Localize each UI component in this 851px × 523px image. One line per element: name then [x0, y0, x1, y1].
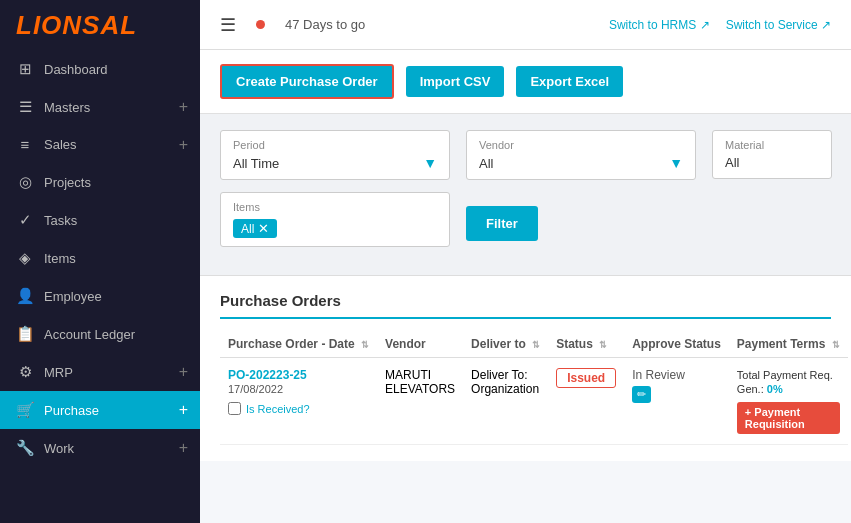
- payment-terms-cell: Total Payment Req. Gen.: 0% + Payment Re…: [729, 358, 848, 445]
- status-badge: Issued: [556, 368, 616, 388]
- col-payment-terms: Payment Terms ⇅: [729, 331, 848, 358]
- sidebar-item-employee[interactable]: 👤 Employee: [0, 277, 200, 315]
- sidebar: LIONSAL ⊞ Dashboard ☰ Masters + ≡ Sales …: [0, 0, 200, 523]
- sidebar-item-purchase[interactable]: 🛒 Purchase +: [0, 391, 200, 429]
- approve-status-text: In Review: [632, 368, 685, 382]
- col-vendor: Vendor: [377, 331, 463, 358]
- items-tag[interactable]: All ✕: [233, 219, 277, 238]
- material-value: All: [725, 155, 739, 170]
- col-status: Status ⇅: [548, 331, 624, 358]
- logo: LIONSAL: [0, 0, 200, 50]
- filter-row-2: Items All ✕ Filter: [220, 192, 831, 247]
- sort-icon: ⇅: [599, 340, 607, 350]
- sort-icon: ⇅: [832, 340, 840, 350]
- topbar: ☰ 47 Days to go Switch to HRMS ↗ Switch …: [200, 0, 851, 50]
- items-icon: ◈: [16, 249, 34, 267]
- po-number-date: PO-202223-25 17/08/2022 Is Received?: [220, 358, 377, 445]
- purchase-orders-table: Purchase Order - Date ⇅ Vendor Deliver t…: [220, 331, 848, 445]
- edit-icon[interactable]: ✏: [632, 386, 651, 403]
- vendor-select[interactable]: All ▼: [479, 155, 683, 171]
- tasks-icon: ✓: [16, 211, 34, 229]
- ledger-icon: 📋: [16, 325, 34, 343]
- sidebar-item-label: Work: [44, 441, 74, 456]
- material-select[interactable]: All: [725, 155, 819, 170]
- filter-section: Period All Time ▼ Vendor All ▼ Mat: [200, 114, 851, 276]
- notification-dot: [256, 20, 265, 29]
- dashboard-icon: ⊞: [16, 60, 34, 78]
- hrms-link[interactable]: Switch to HRMS ↗: [609, 18, 710, 32]
- is-received-row: Is Received?: [228, 402, 369, 415]
- mrp-icon: ⚙: [16, 363, 34, 381]
- chevron-down-icon: ▼: [423, 155, 437, 171]
- sidebar-item-label: Employee: [44, 289, 102, 304]
- po-number-link[interactable]: PO-202223-25: [228, 368, 307, 382]
- col-approve-status: Approve Status: [624, 331, 729, 358]
- action-bar: Create Purchase Order Import CSV Export …: [200, 50, 851, 114]
- po-date: 17/08/2022: [228, 383, 283, 395]
- period-label: Period: [233, 139, 437, 151]
- purchase-icon: 🛒: [16, 401, 34, 419]
- expand-icon: +: [179, 98, 188, 116]
- chevron-down-icon: ▼: [669, 155, 683, 171]
- export-excel-button[interactable]: Export Excel: [516, 66, 623, 97]
- main-area: ☰ 47 Days to go Switch to HRMS ↗ Switch …: [200, 0, 851, 523]
- sidebar-item-label: Masters: [44, 100, 90, 115]
- sidebar-item-mrp[interactable]: ⚙ MRP +: [0, 353, 200, 391]
- sidebar-item-label: Tasks: [44, 213, 77, 228]
- service-link[interactable]: Switch to Service ↗: [726, 18, 831, 32]
- sidebar-item-label: Items: [44, 251, 76, 266]
- material-filter[interactable]: Material All: [712, 130, 832, 179]
- days-label: 47 Days to go: [285, 17, 365, 32]
- is-received-label[interactable]: Is Received?: [246, 403, 310, 415]
- sidebar-item-label: Projects: [44, 175, 91, 190]
- content-area: Create Purchase Order Import CSV Export …: [200, 50, 851, 523]
- table-row: PO-202223-25 17/08/2022 Is Received? MAR…: [220, 358, 848, 445]
- sidebar-item-projects[interactable]: ◎ Projects: [0, 163, 200, 201]
- hamburger-icon[interactable]: ☰: [220, 14, 236, 36]
- vendor-value: All: [479, 156, 493, 171]
- period-select[interactable]: All Time ▼: [233, 155, 437, 171]
- sidebar-item-dashboard[interactable]: ⊞ Dashboard: [0, 50, 200, 88]
- vendor-label: Vendor: [479, 139, 683, 151]
- expand-icon: +: [179, 363, 188, 381]
- items-label: Items: [233, 201, 437, 213]
- status-cell: Issued: [548, 358, 624, 445]
- work-icon: 🔧: [16, 439, 34, 457]
- approve-status-cell: In Review ✏: [624, 358, 729, 445]
- remove-tag-icon[interactable]: ✕: [258, 221, 269, 236]
- sidebar-item-label: Purchase: [44, 403, 99, 418]
- payment-pct: 0%: [767, 383, 783, 395]
- sidebar-item-label: MRP: [44, 365, 73, 380]
- sidebar-item-tasks[interactable]: ✓ Tasks: [0, 201, 200, 239]
- expand-icon: +: [179, 136, 188, 154]
- col-deliver-to: Deliver to ⇅: [463, 331, 548, 358]
- purchase-orders-title: Purchase Orders: [220, 292, 831, 319]
- sales-icon: ≡: [16, 136, 34, 153]
- payment-terms-text: Total Payment Req. Gen.: 0%: [737, 369, 833, 395]
- sidebar-item-label: Account Ledger: [44, 327, 135, 342]
- create-purchase-order-button[interactable]: Create Purchase Order: [220, 64, 394, 99]
- col-po-date: Purchase Order - Date ⇅: [220, 331, 377, 358]
- material-label: Material: [725, 139, 819, 151]
- expand-icon: +: [179, 439, 188, 457]
- vendor-filter[interactable]: Vendor All ▼: [466, 130, 696, 180]
- sidebar-item-masters[interactable]: ☰ Masters +: [0, 88, 200, 126]
- sort-icon: ⇅: [361, 340, 369, 350]
- sidebar-item-sales[interactable]: ≡ Sales +: [0, 126, 200, 163]
- items-filter: Items All ✕: [220, 192, 450, 247]
- filter-button[interactable]: Filter: [466, 206, 538, 241]
- sidebar-item-label: Sales: [44, 137, 77, 152]
- masters-icon: ☰: [16, 98, 34, 116]
- sort-icon: ⇅: [532, 340, 540, 350]
- sidebar-item-items[interactable]: ◈ Items: [0, 239, 200, 277]
- expand-icon: +: [179, 401, 188, 419]
- period-filter[interactable]: Period All Time ▼: [220, 130, 450, 180]
- import-csv-button[interactable]: Import CSV: [406, 66, 505, 97]
- sidebar-item-work[interactable]: 🔧 Work +: [0, 429, 200, 467]
- topbar-links: Switch to HRMS ↗ Switch to Service ↗: [609, 18, 831, 32]
- payment-requisition-button[interactable]: + Payment Requisition: [737, 402, 840, 434]
- is-received-checkbox[interactable]: [228, 402, 241, 415]
- sidebar-item-account-ledger[interactable]: 📋 Account Ledger: [0, 315, 200, 353]
- projects-icon: ◎: [16, 173, 34, 191]
- employee-icon: 👤: [16, 287, 34, 305]
